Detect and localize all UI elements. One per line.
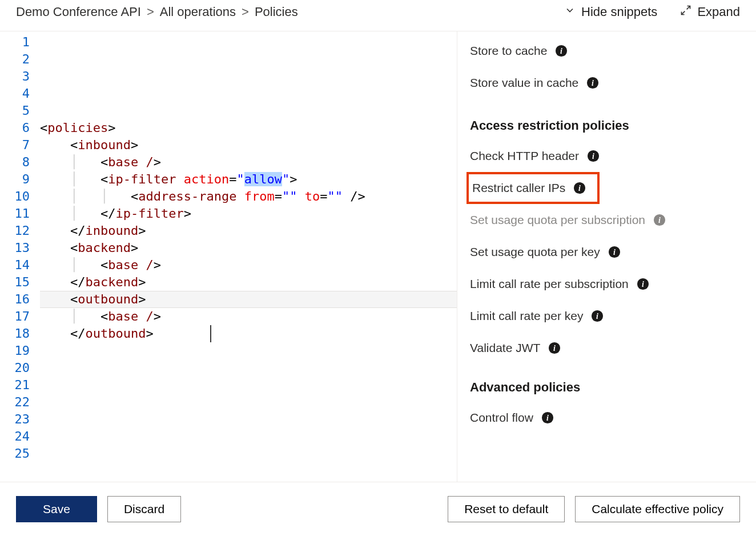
breadcrumb-sep: > — [242, 5, 249, 19]
footer-bar: Save Discard Reset to default Calculate … — [0, 482, 756, 536]
code-editor[interactable]: 1234567891011121314151617181920212223242… — [0, 31, 457, 482]
snippet-store-value-in-cache[interactable]: Store value in cache i — [470, 67, 750, 99]
snippet-label: Validate JWT — [470, 341, 540, 355]
snippet-group-access: Access restriction policies — [460, 99, 750, 140]
snippet-store-to-cache[interactable]: Store to cache i — [470, 35, 750, 67]
save-button[interactable]: Save — [16, 496, 97, 522]
snippet-set-usage-quota-subscription: Set usage quota per subscription i — [470, 204, 750, 236]
info-icon[interactable]: i — [587, 150, 600, 162]
snippets-panel: Store to cache i Store value in cache i … — [457, 31, 756, 482]
breadcrumb: Demo Conference API > All operations > P… — [16, 5, 298, 19]
info-icon[interactable]: i — [573, 182, 586, 194]
info-icon[interactable]: i — [591, 310, 604, 322]
chevron-down-icon — [564, 5, 576, 19]
snippet-group-advanced: Advanced policies — [460, 364, 750, 402]
svg-text:i: i — [561, 47, 563, 55]
svg-text:i: i — [546, 414, 549, 422]
snippet-label: Check HTTP header — [470, 149, 579, 163]
info-icon[interactable]: i — [608, 246, 621, 258]
info-icon[interactable]: i — [541, 411, 554, 424]
code-text: <policies> <inbound> │ <base /> │ <ip-fi… — [40, 102, 457, 342]
snippet-label: Limit call rate per key — [470, 309, 583, 323]
svg-text:i: i — [596, 312, 598, 321]
snippet-label: Control flow — [470, 411, 533, 425]
snippet-label: Store to cache — [470, 44, 547, 58]
info-icon[interactable]: i — [548, 342, 561, 354]
header-bar: Demo Conference API > All operations > P… — [0, 0, 756, 31]
discard-button[interactable]: Discard — [107, 496, 181, 522]
snippet-label: Set usage quota per subscription — [470, 213, 645, 227]
main-area: 1234567891011121314151617181920212223242… — [0, 31, 756, 482]
hide-snippets-label: Hide snippets — [581, 5, 657, 19]
breadcrumb-scope[interactable]: All operations — [160, 5, 236, 19]
snippet-label: Restrict caller IPs — [472, 181, 565, 195]
code-area[interactable]: <policies> <inbound> │ <base /> │ <ip-fi… — [40, 31, 457, 482]
svg-text:i: i — [613, 248, 616, 257]
breadcrumb-page: Policies — [255, 5, 298, 19]
info-icon[interactable]: i — [555, 45, 568, 57]
snippet-restrict-caller-ips[interactable]: Restrict caller IPs i — [469, 179, 586, 197]
info-icon[interactable]: i — [637, 278, 649, 290]
expand-label: Expand — [697, 5, 740, 19]
svg-text:i: i — [578, 184, 581, 193]
hide-snippets-button[interactable]: Hide snippets — [564, 5, 657, 19]
info-icon: i — [653, 214, 666, 226]
snippet-label: Set usage quota per key — [470, 245, 600, 259]
svg-text:i: i — [658, 216, 661, 225]
snippet-control-flow[interactable]: Control flow i — [470, 402, 750, 434]
snippet-set-usage-quota-key[interactable]: Set usage quota per key i — [470, 236, 750, 268]
svg-text:i: i — [642, 280, 644, 289]
svg-text:i: i — [592, 79, 594, 87]
expand-button[interactable]: Expand — [680, 5, 740, 19]
svg-text:i: i — [592, 152, 594, 161]
breadcrumb-sep: > — [147, 5, 154, 19]
svg-line-1 — [682, 11, 685, 15]
svg-text:i: i — [553, 344, 556, 353]
calculate-effective-policy-button[interactable]: Calculate effective policy — [575, 496, 740, 522]
text-cursor — [210, 325, 211, 342]
line-gutter: 1234567891011121314151617181920212223242… — [0, 31, 40, 482]
reset-to-default-button[interactable]: Reset to default — [448, 496, 565, 522]
snippet-limit-call-rate-subscription[interactable]: Limit call rate per subscription i — [470, 268, 750, 300]
header-actions: Hide snippets Expand — [564, 5, 740, 19]
snippet-check-http-header[interactable]: Check HTTP header i — [470, 140, 750, 172]
snippet-validate-jwt[interactable]: Validate JWT i — [470, 332, 750, 364]
snippet-limit-call-rate-key[interactable]: Limit call rate per key i — [470, 300, 750, 332]
info-icon[interactable]: i — [586, 77, 599, 89]
snippet-label: Store value in cache — [470, 76, 578, 90]
svg-line-0 — [687, 6, 690, 10]
expand-icon — [680, 5, 691, 19]
highlighted-snippet: Restrict caller IPs i — [467, 172, 600, 204]
snippet-label: Limit call rate per subscription — [470, 277, 629, 291]
breadcrumb-api[interactable]: Demo Conference API — [16, 5, 141, 19]
